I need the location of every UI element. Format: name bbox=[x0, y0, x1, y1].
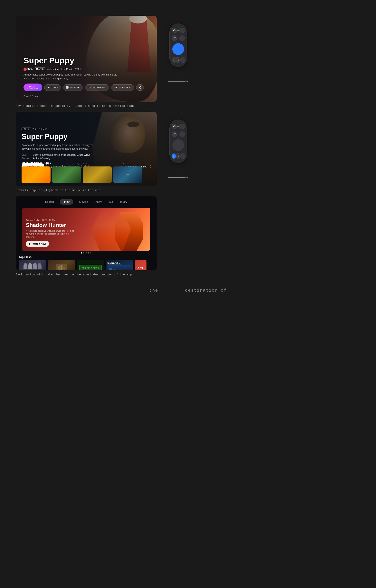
nav-search[interactable]: Search bbox=[45, 200, 54, 203]
nav-shows[interactable]: Shows bbox=[94, 200, 102, 203]
the-text: the bbox=[149, 288, 158, 293]
share-button[interactable] bbox=[136, 84, 144, 91]
hero-card-content: Action / Thriller • 2021 • 1h 48m Shadow… bbox=[22, 208, 150, 251]
hero-watch-now-button[interactable]: Watch now bbox=[26, 241, 49, 247]
back-icon: ← bbox=[173, 59, 175, 61]
pick-thumb-4[interactable]: Night in Tokyo bbox=[106, 260, 133, 270]
hero-description: A relentless detective unravels a web of… bbox=[26, 230, 77, 238]
gtv-actions-row: MOVI WATCH NOW Trailer Watchlist bbox=[23, 84, 149, 91]
app-movie-title: Super Puppy bbox=[22, 132, 151, 141]
mic-icon-2: 🎤 bbox=[173, 133, 176, 136]
ways-to-watch-button[interactable]: 2 ways to watch bbox=[85, 84, 109, 91]
svg-line-8 bbox=[140, 87, 141, 87]
app-rating-badge: U/A 13+ bbox=[22, 127, 31, 131]
back-icon-2: ← bbox=[173, 155, 175, 157]
remote1-home-btn[interactable]: ⌂ bbox=[176, 57, 181, 63]
horiz-line-2 bbox=[168, 177, 184, 178]
thumb-4[interactable]: F bbox=[113, 167, 142, 183]
cast-crew-link[interactable]: Cast & Crew bbox=[23, 95, 149, 98]
gtv-movie-title: Super Puppy bbox=[23, 56, 149, 65]
remote2-unknown-btn2[interactable] bbox=[179, 131, 185, 137]
gtv-screen: Super Puppy 97% U/A 13+ Animation 1 hr 4… bbox=[16, 16, 157, 102]
pick-thumb-5[interactable]: ON bbox=[135, 260, 146, 270]
destination-of-text: destination of bbox=[185, 288, 227, 293]
remote2-back-btn[interactable]: ← bbox=[172, 153, 176, 159]
top-picks-section: Top Picks bbox=[16, 253, 157, 270]
arrow-connector-1: ↪ bbox=[168, 69, 188, 84]
hero-dot-2 bbox=[83, 252, 84, 253]
play-icon bbox=[47, 86, 50, 89]
vertical-line-2 bbox=[178, 165, 178, 175]
remote2-area: ⏻ 🎤 ← bbox=[157, 112, 368, 180]
power-icon-2: ⏻ bbox=[173, 125, 176, 128]
remote2-status-dot bbox=[177, 126, 179, 127]
nav-movies[interactable]: Movies bbox=[79, 200, 88, 203]
remote1-unknown-btn[interactable] bbox=[179, 28, 185, 33]
cast-value: Sparkie, Samantha Jones, Mike Johnson, G… bbox=[33, 154, 90, 156]
remote1-extra-btn[interactable] bbox=[180, 57, 185, 63]
svg-point-4 bbox=[115, 87, 116, 88]
arrow-connector-2: ↪ bbox=[168, 165, 188, 180]
remote2-extra-btn[interactable] bbox=[180, 153, 185, 159]
svg-point-6 bbox=[141, 88, 141, 89]
remote2: ⏻ 🎤 ← bbox=[169, 119, 187, 163]
trailer-button[interactable]: Trailer bbox=[44, 84, 61, 91]
movi-watch-button[interactable]: MOVI WATCH NOW bbox=[23, 84, 42, 91]
section3-label-text: Back button will take the user to the st… bbox=[16, 273, 93, 276]
remote1-status-dot bbox=[177, 30, 179, 31]
remote1-unknown-btn2[interactable] bbox=[179, 35, 185, 41]
remote2-visual: ⏻ 🎤 ← bbox=[168, 119, 188, 180]
section1-label: Movie details page in Google TV - Deep l… bbox=[8, 102, 157, 108]
section1-wrapper: Super Puppy 97% U/A 13+ Animation 1 hr 4… bbox=[0, 8, 376, 108]
genre-text: Animation bbox=[47, 68, 59, 71]
thumb-2[interactable] bbox=[52, 167, 81, 183]
gtv-meta-row: 97% U/A 13+ Animation 1 hr 49 min 2021 bbox=[23, 67, 149, 71]
pick-thumb-2[interactable] bbox=[48, 260, 75, 270]
hero-dot-3 bbox=[86, 252, 87, 253]
remote2-unknown-btn[interactable] bbox=[179, 124, 185, 129]
remote2-nav-row: ← ⌂ bbox=[172, 153, 185, 159]
pick-thumb-1[interactable] bbox=[19, 260, 46, 270]
remote1-back-btn[interactable]: ← bbox=[172, 57, 176, 63]
pick-thumb-3[interactable]: SPACE OPERA bbox=[77, 260, 104, 270]
remote1-mic-btn[interactable]: 🎤 bbox=[172, 35, 177, 41]
svg-marker-0 bbox=[48, 86, 50, 89]
app-description: An adorable, super-powered puppy leaps i… bbox=[22, 143, 96, 151]
remote2-mid-row: 🎤 bbox=[172, 131, 185, 137]
app-meta-top: U/A 13+ 2021 1h 53m bbox=[22, 127, 151, 131]
remote2-select-btn[interactable] bbox=[172, 139, 184, 151]
remote1-power-btn[interactable]: ⏻ bbox=[172, 28, 177, 33]
svg-point-7 bbox=[139, 87, 140, 88]
svg-marker-10 bbox=[29, 243, 31, 245]
app-home-screen: Search Home Movies Shows Live Library bbox=[16, 196, 157, 270]
cast-label: Cast bbox=[22, 154, 31, 156]
gtv-content: Super Puppy 97% U/A 13+ Animation 1 hr 4… bbox=[16, 16, 157, 102]
remote1-top-row: ⏻ bbox=[172, 28, 185, 33]
watchlist-button[interactable]: Watchlist bbox=[63, 84, 83, 91]
remote1-mid-row: 🎤 bbox=[172, 35, 185, 41]
nav-live[interactable]: Live bbox=[108, 200, 113, 203]
remote2-power-btn[interactable]: ⏻ bbox=[172, 124, 177, 129]
tomato-score: 97% bbox=[23, 67, 33, 71]
thumb-3[interactable] bbox=[83, 167, 112, 183]
picks-row: SPACE OPERA Night in Tokyo bbox=[19, 260, 154, 270]
remote2-home-btn[interactable]: ⌂ bbox=[176, 153, 181, 159]
movi-logo: MOVI bbox=[29, 85, 36, 88]
gtv-description: An adorable, super-powered puppy leaps i… bbox=[23, 73, 118, 80]
horiz-line-1 bbox=[168, 81, 184, 82]
remote1-visual: ⏻ 🎤 ← bbox=[168, 23, 188, 84]
thumb-1[interactable] bbox=[22, 167, 51, 183]
hero-card-wrapper: Action / Thriller • 2021 • 1h 48m Shadow… bbox=[16, 208, 157, 253]
hero-dot-5 bbox=[90, 252, 91, 253]
genres-value: Action / Comedy bbox=[33, 157, 50, 160]
remote1-nav-row: ← ⌂ bbox=[172, 57, 185, 63]
nav-library[interactable]: Library bbox=[119, 200, 127, 203]
app-genre-row: Genres Action / Comedy bbox=[22, 157, 151, 160]
nav-home[interactable]: Home bbox=[60, 199, 73, 205]
remote1-select-btn[interactable] bbox=[172, 43, 184, 55]
remote2-mic-btn[interactable]: 🎤 bbox=[172, 131, 177, 137]
watched-it-button[interactable]: Watched it? bbox=[111, 84, 134, 91]
app-details-screen: U/A 13+ 2021 1h 53m Super Puppy An adora… bbox=[16, 112, 157, 186]
thumbnails-row: F bbox=[22, 167, 151, 183]
rating-badge: U/A 13+ bbox=[35, 67, 45, 71]
